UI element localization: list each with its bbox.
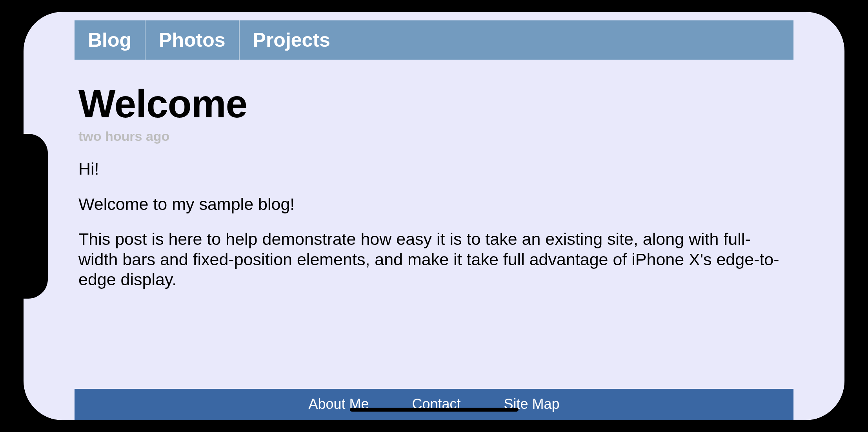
device-frame: Blog Photos Projects Welcome two hours a… [0, 0, 868, 432]
post-timestamp: two hours ago [78, 129, 790, 144]
post-paragraph: This post is here to help demonstrate ho… [78, 229, 790, 290]
post-title: Welcome [78, 81, 790, 126]
blog-post: Welcome two hours ago Hi! Welcome to my … [75, 60, 793, 368]
top-nav-tab-photos[interactable]: Photos [146, 20, 239, 60]
bottom-nav: About Me Contact Site Map [75, 389, 793, 420]
device-notch [24, 134, 48, 299]
top-nav-tab-label: Photos [159, 29, 225, 51]
device-volume-up [118, 426, 180, 432]
device-mute-switch [75, 426, 102, 432]
top-nav-tab-blog[interactable]: Blog [75, 20, 146, 60]
device-speaker-slit [155, 0, 320, 5]
device-volume-down [196, 426, 259, 432]
device-screen: Blog Photos Projects Welcome two hours a… [24, 12, 844, 420]
device-bezel: Blog Photos Projects Welcome two hours a… [4, 4, 864, 428]
top-nav-tab-projects[interactable]: Projects [240, 20, 344, 60]
post-paragraph: Welcome to my sample blog! [78, 194, 790, 215]
top-nav-tab-label: Blog [88, 29, 131, 51]
page-content: Blog Photos Projects Welcome two hours a… [75, 20, 793, 420]
post-paragraph: Hi! [78, 159, 790, 179]
top-nav-tab-label: Projects [253, 29, 330, 51]
home-indicator[interactable] [350, 408, 519, 412]
top-nav: Blog Photos Projects [75, 20, 793, 60]
